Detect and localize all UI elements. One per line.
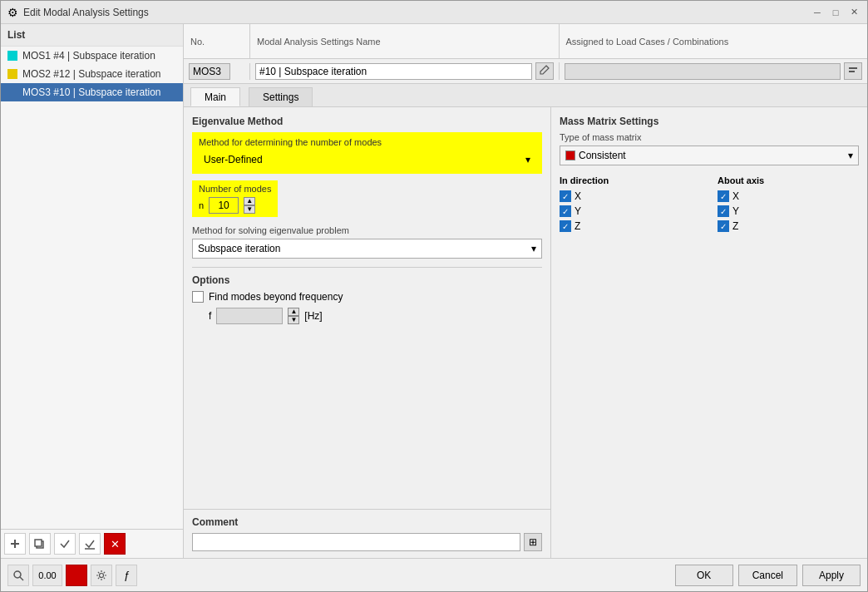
name-input[interactable] bbox=[255, 63, 532, 80]
freq-checkbox-row: Find modes beyond frequency bbox=[192, 291, 542, 303]
ok-button[interactable]: OK bbox=[675, 565, 733, 586]
name-input-area bbox=[250, 62, 560, 80]
type-dropdown[interactable]: Consistent ▾ bbox=[560, 146, 859, 165]
right-body: Mass Matrix Settings Type of mass matrix… bbox=[551, 107, 867, 558]
list-item-mos1-label: MOS1 #4 | Subspace iteration bbox=[22, 50, 155, 62]
assign-icon bbox=[848, 65, 858, 75]
freq-input[interactable] bbox=[216, 308, 283, 324]
cancel-button[interactable]: Cancel bbox=[738, 565, 797, 586]
window-icon: ⚙ bbox=[7, 6, 18, 19]
tab-content: Eigenvalue Method Method for determining… bbox=[184, 107, 867, 558]
freq-checkbox[interactable] bbox=[192, 291, 204, 303]
no-label: No. bbox=[190, 37, 243, 47]
list-item-mos2-label: MOS2 #12 | Subspace iteration bbox=[22, 68, 161, 80]
assign-label: Assigned to Load Cases / Combinations bbox=[566, 37, 861, 47]
comment-input[interactable] bbox=[192, 533, 520, 551]
search-icon-button[interactable] bbox=[7, 565, 29, 586]
assign-button[interactable] bbox=[844, 62, 862, 80]
input-row bbox=[184, 59, 867, 84]
in-direction-col: In direction ✓ X ✓ Y bbox=[560, 175, 701, 232]
settings-icon-button[interactable] bbox=[91, 565, 112, 586]
freq-input-row: f ▲ ▼ [Hz] bbox=[209, 308, 542, 324]
solve-value: Subspace iteration bbox=[198, 243, 280, 254]
modes-spinner: ▲ ▼ bbox=[244, 197, 255, 214]
color-button[interactable] bbox=[66, 565, 87, 586]
no-input[interactable] bbox=[189, 63, 230, 80]
tabs-row: Main Settings bbox=[184, 84, 867, 107]
list-item-mos3[interactable]: MOS3 #10 | Subspace iteration bbox=[1, 83, 183, 101]
no-input-area bbox=[184, 63, 250, 80]
axis-y-checkbox[interactable]: ✓ bbox=[718, 205, 729, 217]
svg-rect-6 bbox=[849, 71, 855, 72]
axis-x-checkbox[interactable]: ✓ bbox=[718, 190, 729, 202]
list-item-mos2[interactable]: MOS2 #12 | Subspace iteration bbox=[1, 65, 183, 83]
left-toolbar: ✕ bbox=[1, 529, 183, 558]
method-dropdown[interactable]: User-Defined ▾ bbox=[199, 150, 535, 169]
add-button[interactable] bbox=[4, 533, 26, 555]
direction-axes-grid: In direction ✓ X ✓ Y bbox=[560, 175, 859, 232]
gear-icon bbox=[96, 570, 107, 581]
axis-y-row: ✓ Y bbox=[718, 205, 859, 217]
mass-matrix-title: Mass Matrix Settings bbox=[560, 116, 859, 127]
type-label: Type of mass matrix bbox=[560, 132, 859, 142]
freq-up-button[interactable]: ▲ bbox=[288, 308, 299, 316]
dir-y-row: ✓ Y bbox=[560, 205, 701, 217]
comment-browse-icon: ⊞ bbox=[529, 536, 537, 548]
list-header: List bbox=[1, 24, 183, 47]
svg-rect-1 bbox=[11, 543, 19, 545]
edit-name-button[interactable] bbox=[535, 62, 554, 80]
options-section: Options Find modes beyond frequency f bbox=[192, 267, 542, 324]
freq-f-label: f bbox=[209, 310, 211, 322]
type-color-dot bbox=[565, 150, 575, 160]
eigenvalue-title: Eigenvalue Method bbox=[192, 116, 542, 127]
delete-button[interactable]: ✕ bbox=[104, 533, 126, 555]
list-item-mos3-label: MOS3 #10 | Subspace iteration bbox=[22, 86, 161, 98]
solve-chevron-icon: ▾ bbox=[531, 243, 536, 254]
titlebar: ⚙ Edit Modal Analysis Settings ─ □ ✕ bbox=[1, 1, 867, 24]
list-item-mos1[interactable]: MOS1 #4 | Subspace iteration bbox=[1, 47, 183, 65]
delete-icon: ✕ bbox=[111, 538, 120, 550]
bottom-toolbar: 0.00 ƒ bbox=[7, 565, 137, 586]
dir-y-label: Y bbox=[575, 205, 581, 217]
assign-input-area bbox=[560, 62, 868, 80]
edit-icon bbox=[540, 65, 550, 75]
dir-z-checkbox[interactable]: ✓ bbox=[560, 220, 571, 232]
left-panel: List MOS1 #4 | Subspace iteration MOS2 #… bbox=[1, 24, 184, 558]
close-button[interactable]: ✕ bbox=[847, 6, 861, 19]
minimize-button[interactable]: ─ bbox=[811, 6, 824, 19]
freq-down-button[interactable]: ▼ bbox=[288, 316, 299, 324]
dir-z-row: ✓ Z bbox=[560, 220, 701, 232]
apply-button[interactable]: Apply bbox=[802, 565, 861, 586]
dir-y-checkbox[interactable]: ✓ bbox=[560, 205, 571, 217]
solve-area: Method for solving eigenvalue problem Su… bbox=[192, 225, 542, 259]
search-icon bbox=[12, 570, 24, 581]
tab-settings[interactable]: Settings bbox=[249, 87, 313, 106]
modes-up-button[interactable]: ▲ bbox=[244, 197, 255, 205]
tab-main[interactable]: Main bbox=[190, 87, 240, 106]
copy-button[interactable] bbox=[29, 533, 51, 555]
modes-label: Number of modes bbox=[199, 184, 271, 194]
value-display-button[interactable]: 0.00 bbox=[32, 565, 62, 586]
method-chevron-icon: ▾ bbox=[525, 154, 530, 165]
solve-label: Method for solving eigenvalue problem bbox=[192, 225, 542, 235]
comment-browse-button[interactable]: ⊞ bbox=[524, 533, 542, 551]
options-title: Options bbox=[192, 274, 542, 286]
solve-dropdown[interactable]: Subspace iteration ▾ bbox=[192, 239, 542, 259]
left-column: Eigenvalue Method Method for determining… bbox=[184, 107, 551, 558]
axis-z-checkbox[interactable]: ✓ bbox=[718, 220, 729, 232]
assign-input[interactable] bbox=[565, 63, 841, 80]
svg-point-9 bbox=[100, 573, 104, 577]
check-button[interactable] bbox=[54, 533, 76, 555]
dir-x-checkbox[interactable]: ✓ bbox=[560, 190, 571, 202]
in-direction-label: In direction bbox=[560, 175, 701, 185]
dir-z-label: Z bbox=[575, 220, 580, 232]
about-axis-col: About axis ✓ X ✓ Y bbox=[718, 175, 859, 232]
axis-z-row: ✓ Z bbox=[718, 220, 859, 232]
mass-matrix-section: Mass Matrix Settings Type of mass matrix… bbox=[560, 116, 859, 232]
modes-input[interactable] bbox=[209, 197, 239, 214]
function-icon-button[interactable]: ƒ bbox=[116, 565, 137, 586]
modes-down-button[interactable]: ▼ bbox=[244, 205, 255, 214]
check2-button[interactable] bbox=[79, 533, 101, 555]
maximize-button[interactable]: □ bbox=[829, 6, 842, 19]
modes-input-row: n ▲ ▼ bbox=[199, 197, 271, 214]
